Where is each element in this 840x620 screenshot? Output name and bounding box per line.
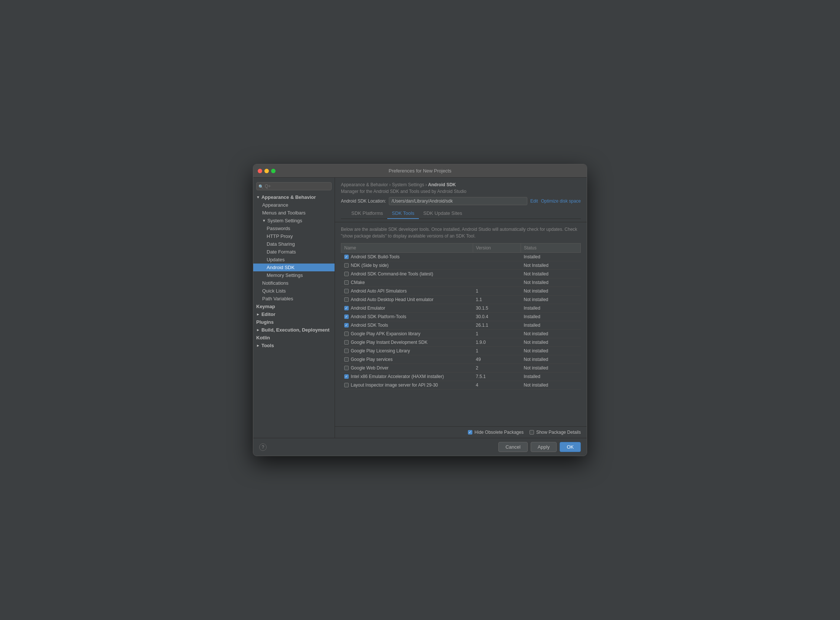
table-row[interactable]: Google Web Driver2Not installed [341, 364, 581, 372]
minimize-button[interactable] [264, 169, 269, 173]
sidebar-item-kotlin[interactable]: Kotlin [253, 334, 334, 342]
table-row[interactable]: Google Play services49Not installed [341, 355, 581, 364]
row-version: 1 [473, 330, 520, 338]
sdk-location-input[interactable] [389, 197, 527, 205]
sidebar-item-notifications[interactable]: Notifications [253, 279, 334, 287]
table-row[interactable]: NDK (Side by side)Not Installed [341, 261, 581, 270]
table-row[interactable]: Android SDK Tools26.1.1Installed [341, 321, 581, 330]
show-package-check[interactable]: Show Package Details [530, 430, 581, 435]
row-status: Not installed [520, 364, 580, 372]
sidebar-item-label: Tools [261, 343, 274, 348]
row-name: Google Play APK Expansion library [351, 331, 420, 336]
row-status: Not installed [520, 330, 580, 338]
table-row[interactable]: Google Play Instant Development SDK1.9.0… [341, 338, 581, 347]
table-row[interactable]: Google Play APK Expansion library1Not in… [341, 330, 581, 338]
table-row[interactable]: Layout Inspector image server for API 29… [341, 381, 581, 390]
caret-icon: ► [256, 312, 260, 316]
sidebar-item-data-sharing[interactable]: Data Sharing [253, 240, 334, 248]
sdk-tools-table: Name Version Status Android SDK Build-To… [341, 243, 581, 390]
row-checkbox[interactable] [344, 289, 349, 293]
bottom-bar: ? Cancel Apply OK [253, 438, 587, 456]
row-status: Installed [520, 321, 580, 330]
sidebar-nav: ▼Appearance & BehaviorAppearanceMenus an… [253, 193, 334, 349]
row-checkbox[interactable] [344, 306, 349, 310]
sdk-location-row: Android SDK Location: Edit Optimize disk… [341, 197, 581, 205]
sidebar-item-label: Android SDK [267, 265, 294, 270]
row-checkbox[interactable] [344, 349, 349, 353]
table-row[interactable]: Android SDK Platform-Tools30.0.4Installe… [341, 313, 581, 321]
apply-button[interactable]: Apply [531, 442, 557, 452]
sidebar-item-memory-settings[interactable]: Memory Settings [253, 271, 334, 279]
search-input[interactable] [256, 182, 332, 190]
sidebar-item-plugins[interactable]: Plugins [253, 318, 334, 326]
table-row[interactable]: Android SDK Build-ToolsInstalled [341, 253, 581, 261]
row-checkbox[interactable] [344, 263, 349, 268]
row-checkbox[interactable] [344, 383, 349, 387]
sidebar-item-editor[interactable]: ►Editor [253, 310, 334, 318]
table-row[interactable]: CMakeNot Installed [341, 278, 581, 287]
row-version: 2 [473, 364, 520, 372]
caret-icon: ▼ [256, 195, 260, 199]
sidebar-item-updates[interactable]: Updates [253, 256, 334, 263]
table-row[interactable]: Intel x86 Emulator Accelerator (HAXM ins… [341, 372, 581, 381]
hide-obsolete-check[interactable]: Hide Obsolete Packages [468, 430, 524, 435]
table-row[interactable]: Google Play Licensing Library1Not instal… [341, 347, 581, 355]
row-checkbox[interactable] [344, 340, 349, 345]
show-package-label: Show Package Details [536, 430, 581, 435]
sidebar-item-passwords[interactable]: Passwords [253, 224, 334, 232]
sidebar-item-build-execution[interactable]: ►Build, Execution, Deployment [253, 326, 334, 334]
help-button[interactable]: ? [259, 444, 267, 451]
table-row[interactable]: Android Emulator30.1.5Installed [341, 304, 581, 313]
ok-button[interactable]: OK [560, 442, 581, 452]
hide-obsolete-checkbox[interactable] [468, 430, 472, 435]
caret-icon: ► [256, 328, 260, 332]
sidebar-item-quick-lists[interactable]: Quick Lists [253, 287, 334, 295]
row-checkbox[interactable] [344, 357, 349, 362]
row-checkbox[interactable] [344, 323, 349, 328]
row-version: 1.1 [473, 295, 520, 304]
sidebar-item-path-variables[interactable]: Path Variables [253, 295, 334, 302]
close-button[interactable] [258, 169, 262, 173]
tab-sdk-tools[interactable]: SDK Tools [387, 208, 418, 219]
sidebar-item-label: Menus and Toolbars [262, 210, 306, 215]
row-checkbox[interactable] [344, 280, 349, 285]
row-checkbox[interactable] [344, 366, 349, 370]
tab-sdk-update-sites[interactable]: SDK Update Sites [419, 208, 467, 219]
sidebar-item-keymap[interactable]: Keymap [253, 302, 334, 310]
edit-link[interactable]: Edit [530, 199, 538, 204]
row-checkbox[interactable] [344, 315, 349, 319]
sidebar-item-android-sdk[interactable]: Android SDK [253, 263, 334, 271]
table-row[interactable]: Android Auto API Simulators1Not installe… [341, 287, 581, 295]
table-row[interactable]: Android Auto Desktop Head Unit emulator1… [341, 295, 581, 304]
row-version: 1 [473, 287, 520, 295]
sidebar-item-appearance-behavior[interactable]: ▼Appearance & Behavior [253, 193, 334, 201]
caret-icon: ▼ [262, 218, 266, 223]
footer-checks: Hide Obsolete Packages Show Package Deta… [468, 430, 581, 435]
tab-sdk-platforms[interactable]: SDK Platforms [347, 208, 387, 219]
row-checkbox[interactable] [344, 297, 349, 302]
row-checkbox[interactable] [344, 374, 349, 379]
show-package-checkbox[interactable] [530, 430, 534, 435]
sidebar-item-http-proxy[interactable]: HTTP Proxy [253, 232, 334, 240]
cancel-button[interactable]: Cancel [498, 442, 527, 452]
sidebar-item-menus-toolbars[interactable]: Menus and Toolbars [253, 209, 334, 217]
sidebar-item-tools[interactable]: ►Tools [253, 342, 334, 349]
row-checkbox[interactable] [344, 272, 349, 276]
row-status: Not installed [520, 295, 580, 304]
maximize-button[interactable] [271, 169, 276, 173]
main-content: 🔍 ▼Appearance & BehaviorAppearanceMenus … [253, 178, 587, 438]
sidebar-item-system-settings[interactable]: ▼System Settings [253, 217, 334, 224]
row-status: Not installed [520, 338, 580, 347]
sidebar-item-label: Appearance [262, 202, 288, 208]
sidebar-item-date-formats[interactable]: Date Formats [253, 248, 334, 256]
optimize-link[interactable]: Optimize disk space [541, 199, 581, 204]
row-checkbox[interactable] [344, 254, 349, 259]
row-checkbox[interactable] [344, 331, 349, 336]
row-status: Installed [520, 372, 580, 381]
sidebar-item-label: Path Variables [262, 296, 293, 301]
sidebar-item-appearance[interactable]: Appearance [253, 201, 334, 209]
caret-icon: ► [256, 343, 260, 348]
table-row[interactable]: Android SDK Command-line Tools (latest)N… [341, 270, 581, 278]
row-version [473, 253, 520, 261]
row-status: Not Installed [520, 270, 580, 278]
